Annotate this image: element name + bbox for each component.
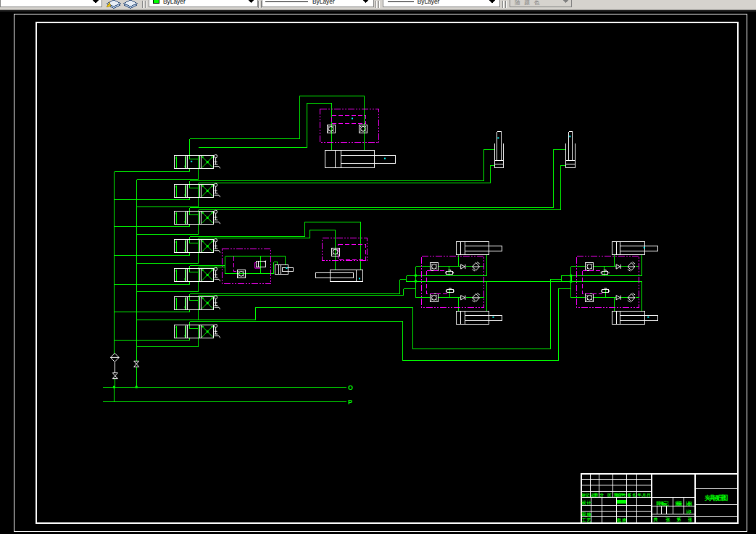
svg-text:ByLayer: ByLayer [163, 0, 186, 5]
svg-text:比例: 比例 [686, 501, 692, 506]
svg-text:张: 张 [665, 517, 671, 522]
svg-text:ByLayer: ByLayer [418, 0, 440, 5]
svg-text:随颜色: 随颜色 [515, 0, 540, 6]
svg-text:阶段标记: 阶段标记 [657, 501, 670, 506]
svg-text:更改文件号: 更改文件号 [614, 493, 627, 498]
svg-text:年.月.日: 年.月.日 [637, 493, 651, 498]
svg-text:标记: 标记 [581, 493, 591, 498]
svg-text:张: 张 [687, 517, 693, 522]
svg-text:O: O [348, 384, 353, 391]
svg-text:处数: 处数 [591, 493, 599, 498]
svg-text:ByLayer: ByLayer [312, 0, 335, 5]
svg-text:重量: 重量 [675, 501, 683, 506]
svg-text:比1: 比1 [686, 509, 691, 514]
svg-text:P: P [348, 399, 352, 406]
svg-text:夹具液压图: 夹具液压图 [705, 494, 728, 501]
svg-text:审核: 审核 [582, 512, 591, 517]
svg-text:共: 共 [654, 517, 658, 522]
svg-text:设计: 设计 [581, 500, 592, 505]
svg-text:第: 第 [676, 517, 681, 522]
